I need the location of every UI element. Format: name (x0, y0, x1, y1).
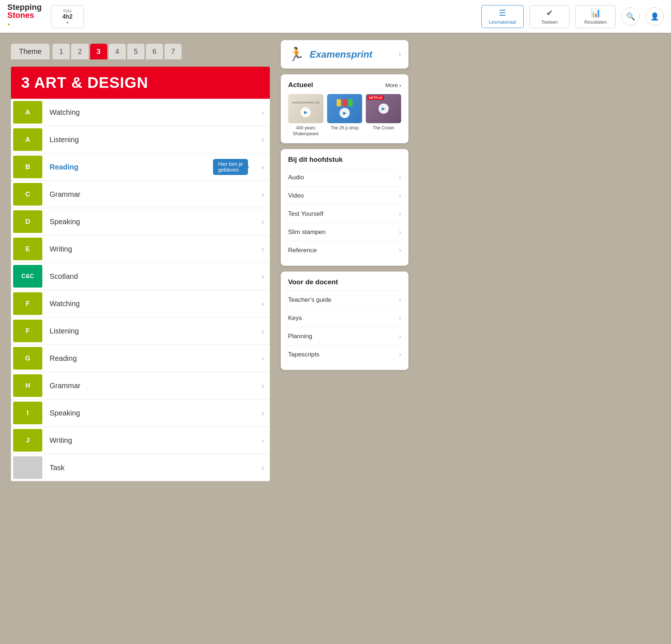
label-task: Task (42, 464, 256, 472)
lesson-f-watching[interactable]: F Watching › (11, 290, 270, 317)
badge-cc-scotland: C&C (13, 265, 42, 288)
arrow-b-reading: › (256, 163, 270, 171)
test-yourself-arrow-icon: › (399, 210, 401, 218)
hier-tooltip: Hier ben jegebleven (213, 159, 248, 175)
lesson-cc-scotland[interactable]: C&C Scotland › (11, 263, 270, 290)
bij-video[interactable]: Video › (288, 187, 401, 205)
video-arrow-icon: › (399, 192, 401, 199)
arrow-c-grammar: › (256, 190, 270, 199)
lesson-c-grammar[interactable]: C Grammar › (11, 181, 270, 208)
actueel-more-link[interactable]: More › (385, 82, 401, 88)
nav-lesmateriaal[interactable]: ☰ Lesmateriaal (481, 5, 524, 28)
tab-6[interactable]: 6 (146, 44, 163, 59)
voor-docent-card: Voor de docent Teacher's guide › Keys › … (281, 272, 408, 370)
voor-docent-header: Voor de docent (288, 278, 401, 291)
lesson-list: A Watching › A Listening › B Reading Hie… (11, 99, 270, 481)
lesson-j-writing[interactable]: J Writing › (11, 427, 270, 454)
badge-f-listening: F (13, 320, 42, 342)
examen-sprint-card[interactable]: 🏃 Examensprint › (281, 40, 408, 69)
arrow-a-listening: › (256, 136, 270, 144)
badge-b-reading: B (13, 156, 42, 178)
actueel-25pshop[interactable]: ▶ The 25 p shop (327, 94, 362, 137)
user-icon: 👤 (650, 12, 659, 21)
page-background: Theme 1 2 3 4 5 6 7 3 ART & DESIGN A Wat… (0, 33, 671, 644)
voor-keys[interactable]: Keys › (288, 309, 401, 327)
header: Stepping Stones · Klas 4h2 ▼ ☰ Lesmateri… (0, 0, 671, 33)
klas-arrow-icon: ▼ (66, 21, 69, 25)
bij-hoofdstuk-title: Bij dit hoofdstuk (288, 156, 343, 164)
lesson-f-listening[interactable]: F Listening › (11, 317, 270, 345)
tab-4[interactable]: 4 (109, 44, 126, 59)
user-button[interactable]: 👤 (645, 7, 664, 26)
badge-a-watching: A (13, 101, 42, 124)
label-g-reading: Reading (42, 354, 256, 363)
reference-arrow-icon: › (399, 246, 401, 254)
bij-hoofdstuk-card: Bij dit hoofdstuk Audio › Video › Test Y… (281, 149, 408, 266)
arrow-e-writing: › (256, 245, 270, 253)
lesson-task[interactable]: Task › (11, 454, 270, 481)
keys-arrow-icon: › (399, 314, 401, 322)
bij-test-yourself[interactable]: Test Yourself › (288, 205, 401, 223)
bij-reference[interactable]: Reference › (288, 241, 401, 259)
arrow-i-speaking: › (256, 409, 270, 417)
label-i-speaking: Speaking (42, 409, 256, 417)
arrow-a-watching: › (256, 108, 270, 117)
lesson-e-writing[interactable]: E Writing › (11, 235, 270, 263)
klas-selector[interactable]: Klas 4h2 ▼ (51, 5, 84, 28)
actueel-header: Actueel More › (288, 81, 401, 89)
tab-3[interactable]: 3 (90, 44, 107, 59)
badge-f-watching: F (13, 292, 42, 315)
actueel-title: Actueel (288, 81, 313, 89)
examen-runner-icon: 🏃 (288, 47, 305, 62)
tab-1[interactable]: 1 (53, 44, 70, 59)
tab-5[interactable]: 5 (127, 44, 144, 59)
lesson-g-reading[interactable]: G Reading › (11, 345, 270, 372)
lesson-h-grammar[interactable]: H Grammar › (11, 372, 270, 399)
nav-resultaten[interactable]: 📊 Resultaten (575, 5, 616, 28)
actueel-items: SHAKESPEARE 400 ▶ 400 yearsShakespeare (288, 94, 401, 137)
arrow-h-grammar: › (256, 382, 270, 390)
play-cans-icon: ▶ (340, 108, 350, 118)
actueel-crown-label: The Crown (373, 125, 394, 131)
label-d-speaking: Speaking (42, 218, 256, 226)
logo-dot: · (7, 19, 42, 30)
lesson-i-speaking[interactable]: I Speaking › (11, 399, 270, 427)
thumb-crown: NETFLIX ▶ (366, 94, 401, 123)
bij-audio[interactable]: Audio › (288, 168, 401, 187)
actueel-25pshop-label: The 25 p shop (331, 125, 359, 131)
toetsen-icon: ✔ (546, 8, 553, 18)
label-j-writing: Writing (42, 436, 256, 445)
badge-h-grammar: H (13, 374, 42, 397)
lesson-a-listening[interactable]: A Listening › (11, 126, 270, 153)
actueel-shakespeare[interactable]: SHAKESPEARE 400 ▶ 400 yearsShakespeare (288, 94, 323, 137)
badge-d-speaking: D (13, 210, 42, 233)
badge-e-writing: E (13, 238, 42, 260)
nav-toetsen[interactable]: ✔ Toetsen (530, 5, 570, 28)
lesson-d-speaking[interactable]: D Speaking › (11, 208, 270, 235)
theme-tabs: Theme 1 2 3 4 5 6 7 (11, 44, 270, 59)
thumb-shakespeare: SHAKESPEARE 400 ▶ (288, 94, 323, 123)
arrow-f-watching: › (256, 300, 270, 308)
search-button[interactable]: 🔍 (621, 7, 640, 26)
lesson-a-watching[interactable]: A Watching › (11, 99, 270, 126)
bij-slim-stampen[interactable]: Slim stampen › (288, 223, 401, 241)
chapter-title: 3 ART & DESIGN (21, 74, 260, 91)
theme-label: Theme (11, 44, 50, 59)
lesmateriaal-label: Lesmateriaal (489, 19, 516, 25)
actueel-crown[interactable]: NETFLIX ▶ The Crown (366, 94, 401, 137)
badge-task (13, 456, 42, 479)
slim-stampen-arrow-icon: › (399, 228, 401, 236)
bij-hoofdstuk-header: Bij dit hoofdstuk (288, 156, 401, 168)
voor-tapescripts[interactable]: Tapescripts › (288, 346, 401, 363)
voor-teachers-guide[interactable]: Teacher's guide › (288, 291, 401, 309)
tab-2[interactable]: 2 (71, 44, 88, 59)
actueel-card: Actueel More › SHAKESPEARE 400 ▶ 400 yea… (281, 74, 408, 143)
resultaten-label: Resultaten (584, 19, 607, 25)
tab-7[interactable]: 7 (164, 44, 182, 59)
voor-docent-title: Voor de docent (288, 278, 338, 286)
lesson-b-reading[interactable]: B Reading Hier ben jegebleven › (11, 153, 270, 181)
label-f-watching: Watching (42, 300, 256, 308)
arrow-d-speaking: › (256, 218, 270, 226)
voor-planning[interactable]: Planning › (288, 327, 401, 346)
search-icon: 🔍 (626, 12, 635, 21)
